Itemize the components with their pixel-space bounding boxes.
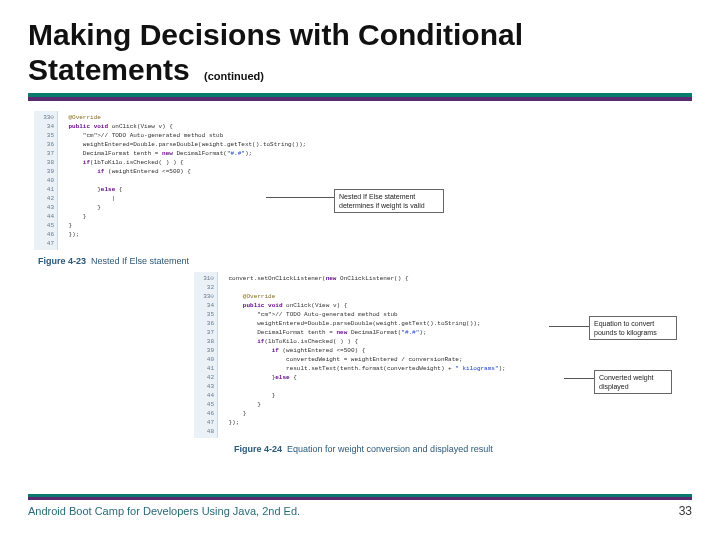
title-line2: Statements (28, 53, 190, 86)
figure-4-24: 31⊖3233⊖343536373839404142434445464748 c… (194, 272, 674, 438)
figure-4-23-caption: Figure 4-23 Nested If Else statement (38, 256, 692, 266)
callout-leader (266, 197, 334, 198)
code-block: convert.setOnClickListener(new OnClickLi… (222, 272, 505, 429)
content-area: 33⊖3435363738394041424344454647 @Overrid… (28, 101, 692, 454)
slide-footer: Android Boot Camp for Developers Using J… (28, 488, 692, 518)
title-continued: (continued) (204, 70, 264, 82)
footer-divider-purple (28, 497, 692, 500)
line-gutter: 33⊖3435363738394041424344454647 (34, 111, 58, 250)
callout-equation: Equation to convert pounds to kilograms (589, 316, 677, 340)
callout-leader (549, 326, 589, 327)
page-number: 33 (679, 504, 692, 518)
figure-4-24-caption: Figure 4-24 Equation for weight conversi… (234, 444, 692, 454)
code-block: @Override public void onClick(View v) { … (62, 111, 306, 241)
slide-title: Making Decisions with Conditional Statem… (28, 18, 692, 87)
title-line1: Making Decisions with Conditional (28, 18, 523, 51)
callout-leader (564, 378, 594, 379)
callout-displayed: Converted weight displayed (594, 370, 672, 394)
figure-4-23: 33⊖3435363738394041424344454647 @Overrid… (34, 111, 464, 250)
line-gutter: 31⊖3233⊖343536373839404142434445464748 (194, 272, 218, 438)
callout-nested-ifelse: Nested If Else statement determines if w… (334, 189, 444, 213)
book-title: Android Boot Camp for Developers Using J… (28, 505, 300, 517)
